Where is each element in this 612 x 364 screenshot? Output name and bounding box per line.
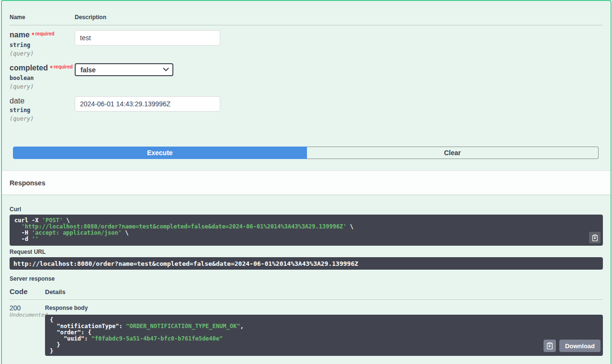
request-url-block: http://localhost:8080/order?name=test&co…: [10, 257, 603, 270]
param-row-completed: completed *required boolean (query) fals…: [10, 58, 603, 91]
completed-select[interactable]: false: [75, 63, 173, 76]
response-body-block: { "notificationType": "ORDER_NOTIFICATIO…: [45, 315, 603, 356]
column-header-description: Description: [75, 14, 106, 21]
parameters-section: Name Description name *required string (…: [2, 1, 611, 159]
copy-response-button[interactable]: [544, 340, 556, 352]
name-input[interactable]: [75, 30, 220, 46]
details-column-header: Details: [45, 288, 66, 296]
required-label: required: [34, 31, 55, 36]
date-input[interactable]: [75, 96, 220, 112]
param-name: completed *required: [10, 63, 75, 74]
undocumented-note: Undocumented: [10, 312, 45, 318]
param-in: (query): [10, 82, 75, 91]
request-url-label: Request URL: [10, 249, 603, 255]
code-column-header: Code: [10, 287, 45, 296]
execute-wrapper: Execute Clear: [13, 147, 599, 159]
response-body-label: Response body: [45, 305, 603, 311]
request-url-value: http://localhost:8080/order?name=test&co…: [13, 260, 358, 267]
curl-label: Curl: [10, 206, 603, 213]
param-row-name: name *required string (query): [10, 25, 603, 58]
param-type: boolean: [10, 74, 75, 82]
clear-button[interactable]: Clear: [307, 147, 599, 159]
responses-section-header: Responses: [2, 171, 611, 194]
curl-command-block: curl -X 'POST' \ 'http://localhost:8080/…: [10, 215, 603, 246]
responses-title: Responses: [10, 179, 45, 187]
opblock-post-body: Name Description name *required string (…: [1, 0, 612, 364]
server-response-label: Server response: [10, 275, 603, 282]
required-asterisk: *: [32, 31, 34, 39]
parameters-table-header: Name Description: [10, 1, 603, 21]
param-row-date: date string (query): [10, 91, 603, 125]
copy-to-clipboard-icon: [546, 342, 554, 350]
copy-to-clipboard-icon: [591, 234, 599, 241]
copy-curl-button[interactable]: [589, 232, 601, 243]
responses-content: Curl curl -X 'POST' \ 'http://localhost:…: [2, 194, 611, 356]
param-type: string: [10, 106, 75, 114]
param-name: name *required: [10, 30, 75, 41]
param-type: string: [10, 41, 75, 49]
param-name: date: [10, 96, 75, 106]
download-button[interactable]: Download: [559, 340, 601, 352]
response-row-200: 200 Undocumented Response body { "notifi…: [10, 300, 603, 356]
column-header-name: Name: [10, 14, 75, 21]
param-in: (query): [10, 114, 75, 123]
status-code: 200: [10, 304, 45, 312]
param-in: (query): [10, 49, 75, 58]
execute-button[interactable]: Execute: [13, 147, 307, 159]
required-label: required: [53, 64, 73, 69]
response-table-header: Code Details: [10, 287, 603, 296]
